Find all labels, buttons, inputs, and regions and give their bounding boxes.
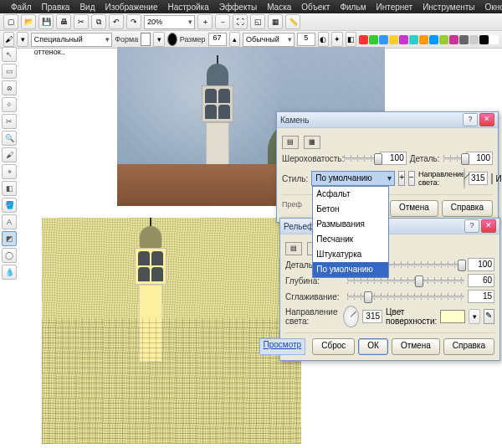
preview-button[interactable]: Просмотр [259, 338, 306, 355]
swatch-icon[interactable] [359, 35, 368, 44]
ruler-icon[interactable]: 📏 [285, 14, 300, 29]
surface-color[interactable] [440, 310, 465, 323]
detail-slider[interactable] [443, 152, 463, 165]
tool-wand-icon[interactable]: ✧ [2, 97, 17, 112]
copy-icon[interactable]: ⧉ [91, 14, 106, 29]
menu-file[interactable]: Файл [7, 2, 36, 13]
tool-pick-icon[interactable]: ↖ [2, 47, 17, 62]
tool-brush-icon[interactable]: 🖌 [2, 147, 17, 162]
cancel-button[interactable]: Отмена [392, 338, 440, 355]
style-option[interactable]: Бетон [313, 202, 388, 217]
menu-internet[interactable]: Интернет [372, 2, 417, 13]
swatch-icon[interactable] [429, 35, 438, 44]
opt1-icon[interactable]: ◐ [318, 32, 329, 47]
swatch-icon[interactable] [439, 35, 448, 44]
swatch-icon[interactable] [489, 35, 499, 44]
detail-value[interactable]: 100 [468, 258, 494, 271]
tab-preview-icon[interactable]: ▦ [304, 136, 320, 149]
brush-icon[interactable]: 🖌 [3, 32, 14, 47]
close-icon[interactable]: ✕ [479, 113, 494, 126]
tool-shape-icon[interactable]: ◯ [2, 248, 17, 263]
zoom-in-icon[interactable]: ＋ [197, 14, 213, 29]
light-value[interactable]: 315 [362, 310, 382, 323]
swatch-icon[interactable] [449, 35, 458, 44]
size-stepper-icon[interactable]: ▴ [229, 32, 240, 47]
actual-icon[interactable]: ◱ [250, 14, 265, 29]
grid-icon[interactable]: ▦ [268, 14, 283, 29]
blend-mode[interactable]: Обычный [243, 33, 295, 47]
ok-button[interactable]: ОК [358, 338, 388, 355]
canvas-result[interactable] [42, 218, 301, 444]
help-icon[interactable]: ? [463, 113, 478, 126]
zoom-out-icon[interactable]: － [215, 14, 230, 29]
opt2-icon[interactable]: ✦ [331, 32, 342, 47]
tool-eyedrop-icon[interactable]: 💧 [2, 265, 17, 280]
zoom-select[interactable]: 20% [144, 15, 195, 29]
eyedropper-icon[interactable]: ✎ [484, 309, 494, 324]
swatch-icon[interactable] [469, 35, 479, 44]
surface-picker-icon[interactable]: ▾ [469, 309, 479, 324]
tool-text-icon[interactable]: A [2, 214, 17, 229]
tool-erase-icon[interactable]: ◧ [2, 181, 17, 196]
fit-icon[interactable]: ⛶ [233, 14, 248, 29]
depth-value[interactable]: 60 [468, 274, 494, 287]
swatch-icon[interactable] [419, 35, 428, 44]
roughness-value[interactable]: 100 [380, 152, 407, 165]
shape-square-icon[interactable] [141, 33, 151, 46]
tool-marquee-icon[interactable]: ▭ [2, 64, 17, 79]
redo-icon[interactable]: ↷ [126, 14, 141, 29]
style-option[interactable]: Размывания [313, 217, 388, 232]
menu-image[interactable]: Изображение [100, 2, 161, 13]
tool-clone-icon[interactable]: ⌖ [2, 164, 17, 179]
add-preset-icon[interactable]: + [398, 171, 405, 186]
print-icon[interactable]: 🖶 [56, 14, 71, 29]
swatch-icon[interactable] [399, 35, 408, 44]
swatch-icon[interactable] [389, 35, 398, 44]
undo-icon[interactable]: ↶ [109, 14, 124, 29]
swatch-icon[interactable] [379, 35, 388, 44]
menu-mask[interactable]: Маска [263, 2, 295, 13]
cut-icon[interactable]: ✂ [74, 14, 89, 29]
shape-select-icon[interactable]: ▾ [153, 32, 164, 47]
menu-effects[interactable]: Эффекты [215, 2, 261, 13]
amount-input[interactable]: 5 [297, 33, 315, 46]
style-option[interactable]: Штукатурка [313, 247, 388, 262]
invert-checkbox[interactable] [491, 173, 493, 184]
swatch-icon[interactable] [479, 35, 489, 44]
smooth-value[interactable]: 15 [468, 290, 494, 303]
tool-crop-icon[interactable]: ✂ [2, 114, 17, 129]
help-button[interactable]: Справка [442, 200, 493, 217]
style-option[interactable]: Песчаник [313, 232, 388, 247]
menu-window[interactable]: Окно [481, 2, 502, 13]
help-button[interactable]: Справка [443, 338, 494, 355]
menu-view[interactable]: Вид [75, 2, 99, 13]
detail-value[interactable]: 100 [466, 152, 493, 165]
light-dial[interactable] [464, 167, 465, 189]
new-icon[interactable]: ▢ [3, 14, 18, 29]
tab-presets-icon[interactable]: ▤ [282, 136, 299, 149]
roughness-slider[interactable] [344, 152, 376, 165]
dropdown-icon[interactable]: ▾ [17, 32, 28, 47]
menu-tools[interactable]: Инструменты [418, 2, 479, 13]
tool-lasso-icon[interactable]: ɷ [2, 80, 17, 95]
tool-fill-icon[interactable]: 🪣 [2, 198, 17, 213]
close-icon[interactable]: ✕ [481, 219, 496, 233]
opt3-icon[interactable]: ◧ [346, 32, 356, 47]
tool-zoom-icon[interactable]: 🔍 [2, 131, 17, 146]
menu-edit[interactable]: Правка [38, 2, 74, 13]
open-icon[interactable]: 📂 [21, 14, 36, 29]
shape-circle-icon[interactable] [167, 33, 177, 46]
swatch-icon[interactable] [409, 35, 418, 44]
help-icon[interactable]: ? [464, 219, 479, 233]
light-dial[interactable] [343, 306, 359, 327]
swatch-icon[interactable] [459, 35, 469, 44]
size-input[interactable]: 67 [208, 33, 227, 46]
brush-preset[interactable]: Специальный оттенок.. [31, 33, 112, 47]
style-dropdown[interactable]: По умолчанию Асфальт Бетон Размывания Пе… [311, 171, 395, 186]
tool-effect-icon[interactable]: ◩ [2, 231, 17, 246]
reset-button[interactable]: Сброс [312, 338, 355, 355]
style-option[interactable]: По умолчанию [313, 262, 388, 277]
tab-presets-icon[interactable]: ▤ [285, 242, 302, 255]
remove-preset-icon[interactable]: − [408, 171, 415, 186]
light-value[interactable]: 315 [469, 172, 488, 185]
